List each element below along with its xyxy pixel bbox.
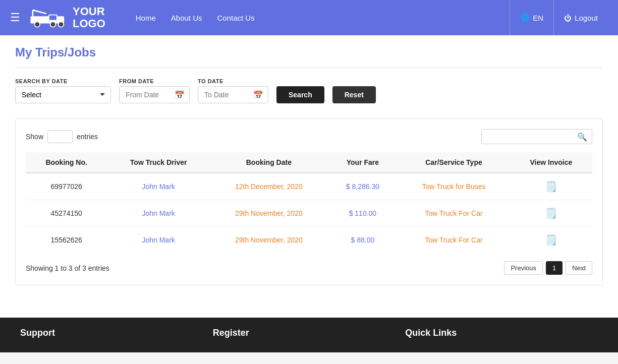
svg-line-5 — [33, 10, 46, 14]
cell-booking-no: 69977026 — [26, 173, 107, 200]
cell-driver: John Mark — [107, 173, 210, 200]
svg-rect-0 — [30, 16, 50, 23]
nav-contact[interactable]: Contact Us — [217, 14, 255, 22]
cell-service: Tow Truck For Car — [398, 227, 510, 254]
divider — [15, 68, 603, 68]
logo-text: YOUR LOGO — [73, 6, 105, 30]
cell-invoice[interactable]: 🗒️ — [510, 200, 592, 227]
entries-input[interactable]: 10 — [47, 130, 73, 143]
cell-service: Tow Truck for Buses — [398, 173, 510, 200]
pagination-controls: Previous 1 Next — [504, 261, 592, 275]
to-date-input[interactable] — [198, 86, 268, 103]
table-search-wrap: 🔍 — [481, 129, 592, 144]
globe-icon: 🌐 — [520, 13, 530, 22]
table-row: 15562626 John Mark 29th November, 2020 $… — [26, 227, 592, 254]
svg-point-6 — [34, 22, 40, 27]
hamburger-icon[interactable]: ☰ — [10, 11, 20, 24]
logout-button[interactable]: ⏻ Logout — [553, 0, 608, 35]
to-date-group: TO DATE 📅 — [198, 78, 268, 103]
to-date-label: TO DATE — [198, 78, 268, 84]
svg-rect-3 — [49, 16, 57, 20]
col-booking-no: Booking No. — [26, 152, 107, 173]
cell-date: 29th November, 2020 — [210, 227, 328, 254]
cell-fare: $ 110.00 — [328, 200, 398, 227]
table-row: 69977026 John Mark 12th December, 2020 $… — [26, 173, 592, 200]
svg-point-7 — [50, 22, 56, 27]
nav-links: Home About Us Contact Us — [136, 14, 510, 22]
pagination-row: Showing 1 to 3 of 3 entries Previous 1 N… — [26, 261, 592, 275]
footer-quick-links: Quick Links — [405, 328, 598, 342]
cell-fare: $ 8,286.30 — [328, 173, 398, 200]
footer-register-title: Register — [213, 328, 406, 338]
footer-support: Support — [20, 328, 213, 342]
to-date-wrap: 📅 — [198, 86, 268, 103]
navbar: ☰ YOUR LOGO Home About Us Contact Us — [0, 0, 618, 35]
filter-row: SEARCH BY DATE Select FROM DATE 📅 TO DAT… — [15, 78, 603, 108]
cell-date: 12th December, 2020 — [210, 173, 328, 200]
search-icon[interactable]: 🔍 — [577, 132, 587, 142]
from-date-wrap: 📅 — [119, 86, 190, 103]
col-date: Booking Date — [210, 152, 328, 173]
cell-date: 29th November, 2020 — [210, 200, 328, 227]
footer-register: Register — [213, 328, 406, 342]
logo: YOUR LOGO — [28, 6, 105, 30]
from-date-label: FROM DATE — [119, 78, 190, 84]
col-service: Car/Service Type — [398, 152, 510, 173]
cell-invoice[interactable]: 🗒️ — [510, 173, 592, 200]
search-button[interactable]: Search — [276, 86, 324, 103]
footer-quick-links-title: Quick Links — [405, 328, 598, 338]
trips-table: Booking No. Tow Truck Driver Booking Dat… — [26, 152, 592, 253]
footer: Support Register Quick Links — [0, 318, 618, 352]
entries-label: entries — [77, 133, 98, 141]
content-area: My Trips/Jobs SEARCH BY DATE Select FROM… — [0, 35, 618, 318]
invoice-icon[interactable]: 🗒️ — [545, 181, 557, 192]
show-label: Show — [26, 133, 43, 141]
prev-button[interactable]: Previous — [504, 261, 543, 275]
navbar-actions: 🌐 EN ⏻ Logout — [510, 0, 608, 35]
next-button[interactable]: Next — [566, 261, 592, 275]
search-by-date-label: SEARCH BY DATE — [15, 78, 111, 84]
table-body: 69977026 John Mark 12th December, 2020 $… — [26, 173, 592, 253]
cell-booking-no: 15562626 — [26, 227, 107, 254]
col-driver: Tow Truck Driver — [107, 152, 210, 173]
cell-booking-no: 45274150 — [26, 200, 107, 227]
logo-icon — [28, 6, 69, 30]
from-date-group: FROM DATE 📅 — [119, 78, 190, 103]
lang-label: EN — [533, 14, 543, 22]
language-selector[interactable]: 🌐 EN — [510, 0, 553, 35]
table-search-input[interactable] — [481, 129, 592, 144]
power-icon: ⏻ — [564, 14, 572, 22]
table-row: 45274150 John Mark 29th November, 2020 $… — [26, 200, 592, 227]
search-by-date-select[interactable]: Select — [15, 86, 111, 103]
showing-text: Showing 1 to 3 of 3 entries — [26, 264, 109, 272]
table-container: Show 10 entries 🔍 Booking No. Tow Truck … — [15, 118, 603, 285]
show-entries: Show 10 entries — [26, 130, 98, 143]
invoice-icon[interactable]: 🗒️ — [545, 234, 557, 246]
table-header: Booking No. Tow Truck Driver Booking Dat… — [26, 152, 592, 173]
svg-point-8 — [59, 22, 64, 27]
page-1-button[interactable]: 1 — [546, 261, 563, 275]
page-title: My Trips/Jobs — [15, 45, 603, 59]
nav-about[interactable]: About Us — [171, 14, 202, 22]
reset-button[interactable]: Reset — [332, 86, 376, 103]
cell-driver: John Mark — [107, 227, 210, 254]
nav-home[interactable]: Home — [136, 14, 156, 22]
cell-invoice[interactable]: 🗒️ — [510, 227, 592, 254]
cell-service: Tow Truck For Car — [398, 200, 510, 227]
invoice-icon[interactable]: 🗒️ — [545, 208, 557, 219]
logout-label: Logout — [575, 14, 598, 22]
from-date-input[interactable] — [119, 86, 190, 103]
header-row: Booking No. Tow Truck Driver Booking Dat… — [26, 152, 592, 173]
col-invoice: View Invoice — [510, 152, 592, 173]
col-fare: Your Fare — [328, 152, 398, 173]
search-by-date-group: SEARCH BY DATE Select — [15, 78, 111, 103]
cell-driver: John Mark — [107, 200, 210, 227]
footer-support-title: Support — [20, 328, 213, 338]
cell-fare: $ 88.00 — [328, 227, 398, 254]
table-controls: Show 10 entries 🔍 — [26, 129, 592, 144]
